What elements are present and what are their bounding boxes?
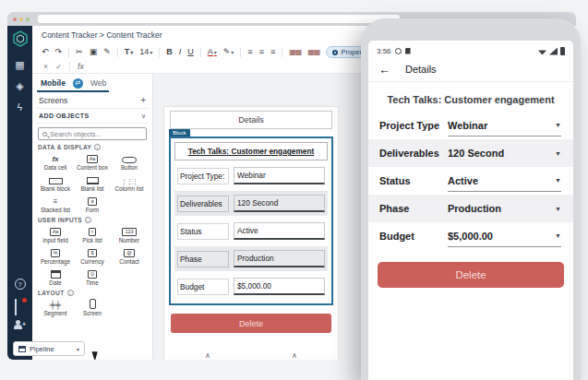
stage: ▦ ◈ ϟ ? + GC Content Tracker > Content T…: [0, 0, 588, 380]
tab-web[interactable]: Web: [90, 78, 106, 88]
canvas-screen[interactable]: Details Block Tech Talks: Customer engag…: [164, 107, 338, 360]
font-family-button[interactable]: T▾: [125, 48, 134, 56]
object-data-cell[interactable]: fxData cell: [37, 152, 74, 171]
tab-mobile[interactable]: Mobile: [41, 78, 66, 88]
selected-block[interactable]: Block Tech Talks: Customer engagement Pr…: [169, 137, 333, 305]
object-content-box[interactable]: AaContent box: [74, 152, 111, 171]
object-pick-list[interactable]: ▪Pick list: [74, 225, 111, 243]
search-input[interactable]: [50, 130, 142, 138]
share-users-icon[interactable]: +: [14, 320, 26, 330]
back-arrow-icon[interactable]: ←: [378, 63, 390, 77]
highlight-color-button[interactable]: ✎▾: [223, 48, 234, 56]
phone-preview: 3:56 ← Details Tech Talks: Customer enga…: [361, 18, 581, 380]
field-label[interactable]: Budget: [177, 279, 229, 295]
canvas-field-row[interactable]: Status Active: [174, 219, 328, 243]
field-dropdown[interactable]: Production ▼: [448, 197, 561, 220]
traffic-light-close[interactable]: [13, 18, 17, 21]
object-number[interactable]: 123Number: [111, 225, 148, 243]
notifications-bell-icon[interactable]: [15, 300, 25, 309]
object-contact[interactable]: @Contact: [111, 246, 148, 265]
object-blank-block[interactable]: Blank block: [37, 173, 74, 192]
field-dropdown[interactable]: Active ▼: [448, 170, 561, 192]
status-time: 3:56: [377, 47, 391, 55]
field-label[interactable]: Project Type:: [177, 168, 229, 184]
help-icon[interactable]: ?: [15, 279, 26, 290]
underline-button[interactable]: U: [187, 48, 194, 56]
field-value[interactable]: 120 Second: [234, 195, 325, 212]
object-form[interactable]: ≡Form: [74, 195, 111, 213]
text-color-button[interactable]: A▾: [208, 48, 217, 56]
field-label[interactable]: Deliverables: [177, 196, 229, 212]
screens-label[interactable]: Screens: [39, 96, 67, 105]
field-dropdown[interactable]: 120 Second ▼: [448, 142, 561, 164]
object-input-field[interactable]: AaInput field: [37, 225, 74, 243]
phone-field-row: Budget $5,000.00 ▼: [368, 222, 573, 250]
formula-confirm-icon[interactable]: ✓: [55, 62, 62, 71]
canvas-field-row[interactable]: Deliverables 120 Second: [174, 191, 328, 216]
field-value[interactable]: Production: [234, 250, 325, 267]
object-column-list[interactable]: ⋮⋮⋮Column list: [111, 173, 148, 192]
undo-icon[interactable]: ↶: [42, 48, 49, 56]
object-button[interactable]: Button: [111, 152, 148, 171]
format-painter-icon[interactable]: ✎: [103, 48, 111, 56]
object-currency[interactable]: $Currency: [74, 246, 111, 265]
field-dropdown[interactable]: Webinar ▼: [448, 114, 561, 137]
traffic-light-minimize[interactable]: [19, 18, 23, 21]
info-icon[interactable]: i: [94, 144, 101, 150]
apps-icon[interactable]: ◈: [16, 81, 23, 91]
chevron-up-icon[interactable]: ∧: [205, 351, 210, 360]
canvas-field-row[interactable]: Phase Production: [174, 246, 328, 271]
grid-fill-icon[interactable]: ▦▦: [307, 49, 319, 56]
field-label[interactable]: Status: [177, 223, 229, 240]
font-size-button[interactable]: 14▾: [139, 48, 152, 56]
grid-borders-icon[interactable]: ▦▦: [289, 49, 301, 56]
field-value[interactable]: Active: [234, 222, 325, 240]
phone-nav-title: Details: [405, 64, 437, 75]
canvas-field-row[interactable]: Project Type: Webinar: [174, 163, 328, 188]
object-segment[interactable]: ╪╪Segment: [37, 298, 74, 316]
align-right-icon[interactable]: ≡: [270, 48, 275, 56]
canvas-screen-title[interactable]: Details: [170, 111, 332, 129]
phone-field-row: Project Type Webinar ▼: [368, 112, 573, 139]
add-screen-button[interactable]: +: [140, 95, 146, 105]
copy-icon[interactable]: ▣: [90, 48, 98, 56]
tables-icon[interactable]: ▦: [15, 60, 24, 70]
field-dropdown[interactable]: $5,000.00 ▼: [448, 225, 561, 247]
automations-icon[interactable]: ϟ: [18, 102, 23, 113]
info-icon[interactable]: i: [67, 290, 74, 296]
platform-sync-icon[interactable]: ⇄: [73, 78, 83, 89]
object-percentage[interactable]: %Percentage: [37, 246, 74, 265]
contact-icon: @: [124, 249, 135, 258]
number-icon: 123: [122, 228, 136, 237]
screens-row: Screens +: [37, 92, 148, 109]
canvas-field-row[interactable]: Budget $5,000.00: [174, 274, 328, 299]
add-objects-header[interactable]: ADD OBJECTS ∨: [37, 109, 148, 124]
canvas-delete-button[interactable]: Delete: [171, 314, 331, 333]
align-left-icon[interactable]: ≡: [247, 48, 252, 56]
object-date[interactable]: Date: [37, 267, 74, 286]
info-icon[interactable]: i: [85, 217, 91, 223]
chevron-up-icon[interactable]: ∧: [292, 351, 297, 360]
object-blank-list[interactable]: Blank list: [74, 173, 111, 192]
breadcrumb[interactable]: Content Tracker > Content Tracker: [42, 30, 162, 40]
redo-icon[interactable]: ↷: [55, 48, 63, 56]
caret-down-icon: ▾: [231, 50, 234, 55]
field-value[interactable]: Webinar: [234, 167, 325, 184]
object-screen[interactable]: Screen: [74, 298, 111, 316]
honeycode-logo-icon[interactable]: [12, 30, 29, 47]
cut-icon[interactable]: ✂: [76, 48, 83, 56]
canvas-record-title[interactable]: Tech Talks: Customer engagement: [174, 142, 328, 160]
phone-delete-button[interactable]: Delete: [378, 262, 564, 288]
formula-cancel-icon[interactable]: ×: [43, 62, 48, 71]
field-label[interactable]: Phase: [177, 251, 229, 267]
bold-button[interactable]: B: [166, 48, 173, 56]
table-selector[interactable]: Pipeline ▾: [13, 341, 85, 356]
italic-button[interactable]: I: [179, 48, 182, 56]
traffic-light-zoom[interactable]: [26, 18, 30, 21]
block-tag[interactable]: Block: [169, 129, 190, 137]
browser-tab[interactable]: [38, 15, 400, 23]
align-center-icon[interactable]: ≡: [259, 48, 264, 56]
object-time[interactable]: ⊙Time: [74, 267, 111, 286]
field-value[interactable]: $5,000.00: [234, 278, 325, 295]
object-stacked-list[interactable]: ≡Stacked list: [37, 195, 74, 213]
